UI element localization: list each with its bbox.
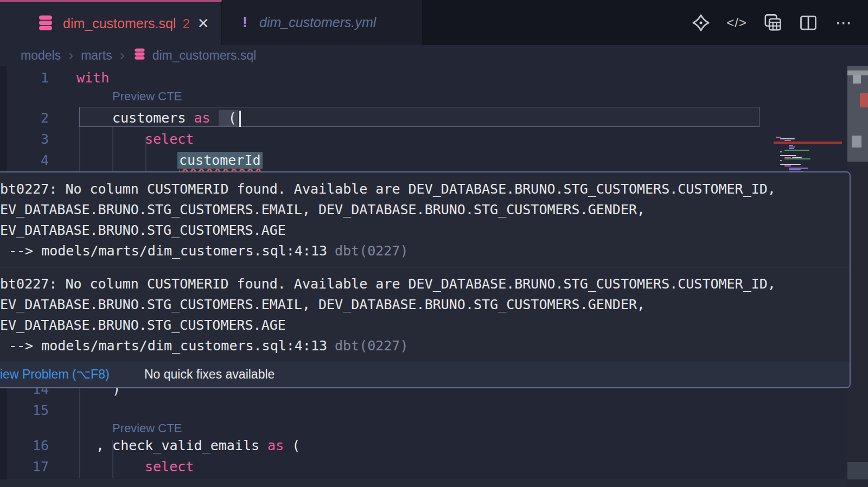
minimap-code-line (780, 151, 782, 152)
tab-dim-customers-yml[interactable]: ! dim_customers.yml (222, 0, 422, 45)
error-message-block: bt0227: No column CUSTOMERID found. Avai… (0, 172, 850, 267)
minimap-code-line (784, 158, 810, 159)
breadcrumb-marts[interactable]: marts (81, 48, 112, 63)
code-text: customerId (177, 150, 263, 171)
code-line: 3 select (0, 129, 846, 150)
text-cursor (239, 111, 241, 127)
overview-ruler-error-marker (860, 93, 868, 107)
code-line: 1 with (0, 67, 846, 88)
line-number: 15 (0, 400, 49, 421)
close-icon[interactable]: ✕ (197, 15, 209, 32)
line-number: 17 (0, 456, 49, 477)
error-text: EV_DATABASE.BRUNO.STG_CUSTOMERS.AGE (0, 315, 843, 336)
error-source-line: --> models/marts/dim_customers.sql:4:13d… (0, 336, 843, 356)
minimap-code-line (789, 169, 801, 170)
error-source-line: --> models/marts/dim_customers.sql:4:13d… (0, 241, 843, 261)
overview-ruler-marker (852, 136, 861, 148)
more-actions-icon[interactable]: ⋯ (833, 12, 855, 34)
tab-dim-customers-sql[interactable]: dim_customers.sql 2 ✕ (0, 0, 222, 45)
minimap-code-line (789, 148, 794, 149)
minimap-code-line (780, 138, 795, 139)
horizontal-scrollbar-area[interactable] (0, 479, 847, 487)
dbt-icon[interactable] (690, 12, 712, 34)
minimap-code-line (784, 157, 791, 158)
line-number: 3 (0, 129, 49, 150)
minimap-code-line (780, 155, 796, 156)
line-number: 4 (0, 150, 49, 171)
codelens-preview-cte[interactable]: Preview CTE (112, 89, 182, 104)
code-line: 4 customerId (0, 150, 846, 171)
code-line: 15 (0, 400, 846, 421)
editor-actions-toolbar: </> ⋯ (690, 0, 855, 45)
tab-filename: dim_customers.yml (259, 15, 376, 30)
code-text: , check_valid_emails as ( (96, 435, 300, 456)
code-line: 2 customers as ( (0, 107, 846, 129)
minimap-code-line (776, 137, 781, 138)
warning-icon: ! (242, 14, 247, 31)
minimap-code-line (789, 146, 795, 148)
minimap-code-line (784, 165, 791, 166)
code-text: select (145, 456, 194, 477)
error-text: EV_DATABASE.BRUNO.STG_CUSTOMERS.EMAIL, D… (0, 200, 843, 220)
error-code: dbt(0227) (335, 338, 408, 354)
minimap-code-line (784, 150, 809, 151)
overview-ruler-marker (853, 75, 861, 84)
error-text: bt0227: No column CUSTOMERID found. Avai… (0, 179, 843, 200)
error-hover-popup: bt0227: No column CUSTOMERID found. Avai… (0, 171, 851, 388)
no-quick-fixes-text: No quick fixes available (144, 367, 275, 382)
error-message-block: bt0227: No column CUSTOMERID found. Avai… (0, 267, 850, 362)
tab-bar: dim_customers.sql 2 ✕ ! dim_customers.ym… (0, 0, 868, 45)
error-identifier: customerId (177, 152, 263, 169)
breadcrumb-file[interactable]: dim_customers.sql (152, 48, 257, 63)
matched-bracket: ( (219, 110, 238, 126)
database-icon (36, 13, 55, 35)
chevron-right-icon: › (120, 47, 125, 64)
code-text: with (76, 67, 109, 88)
minimap-code-line (784, 140, 791, 141)
preview-results-icon[interactable] (762, 12, 783, 34)
view-problem-link[interactable]: iew Problem (⌥F8) (0, 367, 110, 382)
code-line: 16 , check_valid_emails as ( (0, 435, 846, 456)
vscode-window: dim_customers.sql 2 ✕ ! dim_customers.ym… (0, 0, 868, 487)
code-line: 17 select (0, 456, 846, 477)
code-text: customers as ( (112, 107, 241, 129)
minimap-code-line (792, 157, 802, 158)
codelens-preview-cte[interactable]: Preview CTE (112, 421, 182, 435)
code-text: select (145, 129, 194, 150)
error-text: EV_DATABASE.BRUNO.STG_CUSTOMERS.EMAIL, D… (0, 294, 843, 315)
minimap-code-line (780, 160, 782, 161)
error-code: dbt(0227) (335, 243, 408, 259)
minimap-code-line (789, 145, 793, 146)
error-text: EV_DATABASE.BRUNO.STG_CUSTOMERS.AGE (0, 220, 843, 241)
overview-ruler-marker (847, 462, 868, 479)
hover-status-bar: iew Problem (⌥F8) No quick fixes availab… (0, 362, 850, 387)
breadcrumb-models[interactable]: models (21, 48, 61, 63)
error-text: bt0227: No column CUSTOMERID found. Avai… (0, 274, 843, 294)
modified-count-badge: 2 (182, 16, 189, 31)
database-icon (132, 47, 147, 65)
line-number: 1 (0, 67, 49, 88)
line-number: 16 (0, 435, 49, 456)
minimap-code-line (780, 164, 801, 165)
minimap-error-line (774, 142, 842, 144)
compiled-code-icon[interactable]: </> (726, 12, 748, 34)
overview-ruler-marker (847, 71, 868, 75)
tab-filename: dim_customers.sql (63, 16, 176, 31)
chevron-right-icon: › (68, 47, 73, 64)
minimap-code-line (789, 168, 808, 169)
line-number: 2 (0, 107, 49, 129)
split-editor-icon[interactable] (797, 12, 819, 34)
breadcrumb: models › marts › dim_customers.sql (0, 45, 868, 66)
